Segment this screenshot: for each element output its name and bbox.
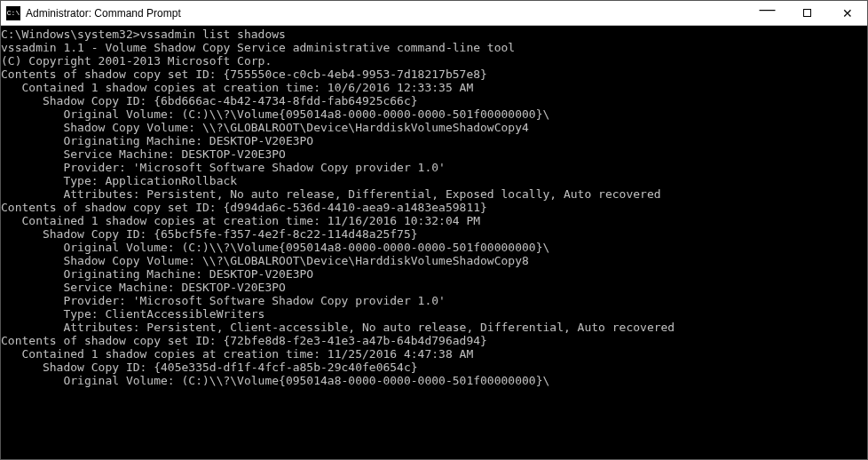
- minimize-icon: —: [760, 0, 776, 19]
- terminal-line: Original Volume: (C:)\\?\Volume{095014a8…: [1, 107, 867, 121]
- terminal-line: Provider: 'Microsoft Software Shadow Cop…: [1, 294, 867, 307]
- minimize-button[interactable]: —: [747, 1, 787, 25]
- terminal-line: Shadow Copy ID: {65bcf5fe-f357-4e2f-8c22…: [1, 227, 867, 241]
- terminal-line: Original Volume: (C:)\\?\Volume{095014a8…: [1, 374, 867, 387]
- terminal-line: Shadow Copy Volume: \\?\GLOBALROOT\Devic…: [1, 254, 867, 267]
- terminal-line: Type: ApplicationRollback: [1, 174, 867, 187]
- terminal-line: Provider: 'Microsoft Software Shadow Cop…: [1, 161, 867, 174]
- terminal-line: Contents of shadow copy set ID: {755550c…: [1, 67, 867, 81]
- terminal-line: Contents of shadow copy set ID: {d994da6…: [1, 201, 867, 214]
- terminal-line: Contained 1 shadow copies at creation ti…: [1, 81, 867, 94]
- terminal-output[interactable]: C:\Windows\system32>vssadmin list shadow…: [1, 26, 867, 459]
- terminal-line: Original Volume: (C:)\\?\Volume{095014a8…: [1, 241, 867, 254]
- terminal-line: C:\Windows\system32>vssadmin list shadow…: [1, 28, 867, 41]
- maximize-icon: [803, 9, 811, 17]
- close-button[interactable]: ✕: [827, 1, 867, 25]
- terminal-line: Service Machine: DESKTOP-V20E3PO: [1, 147, 867, 161]
- terminal-line: Contained 1 shadow copies at creation ti…: [1, 214, 867, 227]
- terminal-line: (C) Copyright 2001-2013 Microsoft Corp.: [1, 54, 867, 67]
- terminal-line: Shadow Copy ID: {405e335d-df1f-4fcf-a85b…: [1, 361, 867, 374]
- maximize-button[interactable]: [787, 1, 827, 25]
- terminal-line: Originating Machine: DESKTOP-V20E3PO: [1, 134, 867, 147]
- terminal-line: Shadow Copy ID: {6bd666ac-4b42-4734-8fdd…: [1, 94, 867, 107]
- command-prompt-window: C:\ Administrator: Command Prompt — ✕ C:…: [0, 0, 868, 460]
- terminal-line: Shadow Copy Volume: \\?\GLOBALROOT\Devic…: [1, 121, 867, 134]
- terminal-line: Originating Machine: DESKTOP-V20E3PO: [1, 267, 867, 281]
- terminal-line: vssadmin 1.1 - Volume Shadow Copy Servic…: [1, 41, 867, 54]
- terminal-line: Contents of shadow copy set ID: {72bfe8d…: [1, 334, 867, 347]
- terminal-line: Attributes: Persistent, No auto release,…: [1, 187, 867, 201]
- terminal-line: Contained 1 shadow copies at creation ti…: [1, 347, 867, 361]
- terminal-line: Type: ClientAccessibleWriters: [1, 307, 867, 321]
- cmd-icon: C:\: [6, 6, 20, 20]
- close-icon: ✕: [842, 6, 853, 20]
- terminal-line: Service Machine: DESKTOP-V20E3PO: [1, 281, 867, 294]
- window-controls: — ✕: [747, 1, 867, 25]
- titlebar[interactable]: C:\ Administrator: Command Prompt — ✕: [1, 1, 867, 26]
- window-title: Administrator: Command Prompt: [26, 7, 747, 20]
- terminal-line: Attributes: Persistent, Client-accessibl…: [1, 321, 867, 334]
